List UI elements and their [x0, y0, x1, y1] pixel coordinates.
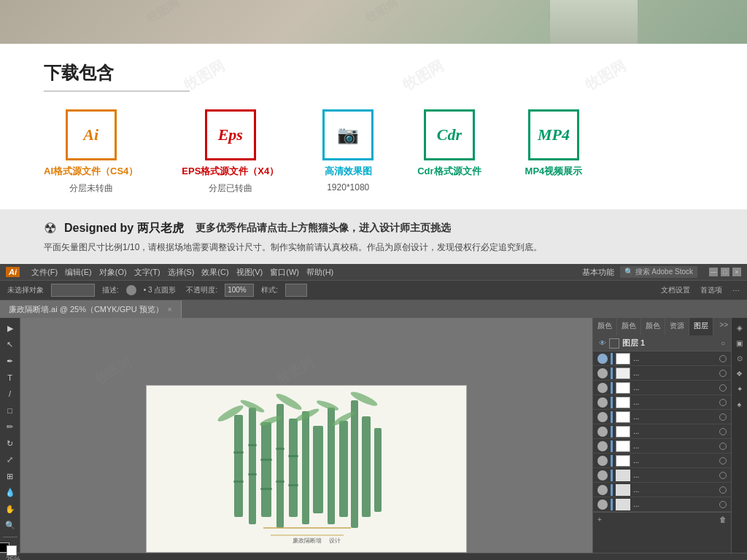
layer-eye — [597, 383, 608, 393]
tool-graph[interactable]: ⊞ — [2, 469, 18, 484]
layer-color-bar — [611, 382, 613, 394]
layer-item[interactable]: ... — [593, 381, 731, 395]
fr-tool-4[interactable]: ❖ — [733, 367, 746, 380]
document-tab[interactable]: 廉政隔断墙.ai @ 25%（CMYK/GPU 预览） × — [0, 300, 182, 318]
menu-effect[interactable]: 效果(C) — [201, 267, 228, 278]
menu-edit[interactable]: 编辑(E) — [65, 267, 92, 278]
menu-select[interactable]: 选择(S) — [168, 267, 195, 278]
layer-item[interactable]: ... — [593, 439, 731, 454]
tool-pen[interactable]: ✒ — [2, 354, 18, 369]
delete-layer-btn[interactable]: 🗑 — [719, 516, 727, 524]
menu-object[interactable]: 对象(O) — [99, 267, 127, 278]
new-layer-btn[interactable]: + — [597, 516, 602, 524]
layer-item[interactable]: ... — [593, 454, 731, 468]
maximize-button[interactable]: □ — [721, 268, 729, 276]
top-preview-image: 牧图网 牧图网 牧图网 — [0, 0, 747, 44]
close-button[interactable]: × — [732, 268, 741, 276]
canvas-content: 廉政隔断墙 设计 — [147, 386, 466, 552]
layer-thumb — [616, 455, 630, 467]
layer-dot — [719, 501, 727, 508]
fr-tool-5[interactable]: ✦ — [733, 382, 746, 395]
preferences-button[interactable]: 首选项 — [697, 284, 725, 297]
panel-tab-color3[interactable]: 颜色 — [641, 318, 665, 335]
fr-tool-1[interactable]: ◈ — [733, 321, 746, 334]
tool-rotate[interactable]: ↻ — [2, 436, 18, 451]
tab-close-button[interactable]: × — [168, 306, 172, 314]
panel-tabs[interactable]: 颜色 颜色 颜色 资源 图层 >> — [593, 318, 731, 335]
layer-thumb — [616, 484, 630, 496]
tools-panel: ▶ ↖ ✒ T / □ ✏ ↻ ⤢ ⊞ 💧 ✋ 🔍 — [0, 318, 20, 553]
menu-help[interactable]: 帮助(H) — [306, 267, 333, 278]
eps-label-main: EPS格式源文件（X4） — [182, 165, 279, 178]
svg-rect-4 — [276, 404, 284, 528]
file-item-png: 📷 高清效果图 1920*1080 — [322, 109, 374, 192]
tool-direct-select[interactable]: ↖ — [2, 338, 18, 353]
tool-type[interactable]: T — [2, 370, 18, 386]
tool-rect[interactable]: □ — [2, 403, 18, 419]
ai-menu[interactable]: 文件(F) 编辑(E) 对象(O) 文字(T) 选择(S) 效果(C) 视图(V… — [31, 267, 333, 278]
fr-tool-3[interactable]: ⊙ — [733, 351, 746, 365]
menu-window[interactable]: 窗口(W) — [270, 267, 299, 278]
layer-item[interactable]: ... — [593, 351, 731, 366]
panel-tab-color1[interactable]: 颜色 — [593, 318, 617, 335]
png-label-sub: 1920*1080 — [327, 182, 369, 192]
fr-tool-6[interactable]: ♠ — [733, 397, 746, 411]
watermark: 牧图网 — [144, 0, 182, 27]
tool-hand[interactable]: ✋ — [2, 502, 18, 517]
window-controls[interactable]: — □ × — [709, 268, 741, 276]
svg-rect-10 — [351, 400, 358, 528]
layer-eye — [597, 499, 608, 510]
watermark: 牧图网 — [363, 0, 401, 27]
menu-view[interactable]: 视图(V) — [236, 267, 263, 278]
toolbar-style-dropdown[interactable] — [285, 284, 307, 297]
layer-name: ... — [633, 369, 716, 377]
svg-rect-9 — [339, 421, 348, 517]
minimize-button[interactable]: — — [709, 268, 718, 276]
mp4-icon-text: MP4 — [538, 125, 570, 144]
layer-name: ... — [633, 442, 716, 450]
layer-name: ... — [633, 398, 716, 406]
panel-tab-color2[interactable]: 颜色 — [617, 318, 641, 335]
layer-name: ... — [633, 500, 716, 508]
layer-dot — [719, 443, 727, 450]
tool-scale[interactable]: ⤢ — [2, 452, 18, 467]
svg-rect-5 — [289, 419, 298, 517]
layer-item[interactable]: ... — [593, 366, 731, 381]
tool-zoom[interactable]: 🔍 — [2, 518, 18, 534]
layer-item[interactable]: ... — [593, 410, 731, 424]
layer-item[interactable]: ... — [593, 424, 731, 439]
svg-rect-3 — [261, 422, 271, 517]
panel-tab-assets[interactable]: 资源 — [665, 318, 689, 335]
svg-rect-16 — [248, 473, 257, 475]
tool-select[interactable]: ▶ — [2, 321, 18, 336]
tool-line[interactable]: / — [2, 386, 18, 402]
cdr-icon-box: Cdr — [424, 109, 475, 160]
background-color[interactable] — [7, 545, 17, 556]
svg-rect-13 — [233, 451, 244, 454]
zoom-level: 25% — [6, 556, 20, 560]
tool-eyedrop[interactable]: 💧 — [2, 485, 18, 500]
panel-tab-layers[interactable]: 图层 — [689, 318, 713, 335]
layer-dot — [719, 457, 727, 464]
layer-item[interactable]: ... — [593, 483, 731, 497]
toolbar-mode-dropdown[interactable] — [51, 284, 95, 297]
toolbar-selection: 未选择对象 — [4, 284, 47, 297]
eps-icon-box: Eps — [205, 109, 256, 160]
doc-settings-button[interactable]: 文档设置 — [658, 284, 693, 297]
panel-more-btn[interactable]: >> — [716, 318, 731, 335]
menu-file[interactable]: 文件(F) — [31, 267, 58, 278]
layer-item[interactable]: ... — [593, 468, 731, 483]
file-item-ai: Ai AI格式源文件（CS4） 分层未转曲 — [44, 109, 138, 195]
fr-tool-2[interactable]: ▣ — [733, 336, 746, 349]
layer-color-bar — [611, 426, 613, 438]
toolbar-opacity-value[interactable]: 100% — [225, 284, 254, 297]
layer-item[interactable]: ... — [593, 497, 731, 512]
svg-rect-21 — [288, 455, 298, 457]
search-stock[interactable]: 🔍 搜索 Adobe Stock — [620, 266, 697, 278]
canvas-area[interactable]: 牧图网 牧图网 牧图网 — [20, 318, 592, 553]
menu-text[interactable]: 文字(T) — [134, 267, 160, 278]
toolbar-opacity-label: 不透明度: — [183, 284, 220, 297]
layer-item[interactable]: ... — [593, 395, 731, 410]
tool-brush[interactable]: ✏ — [2, 419, 18, 435]
toolbar-extra[interactable]: ⋯ — [729, 285, 743, 296]
